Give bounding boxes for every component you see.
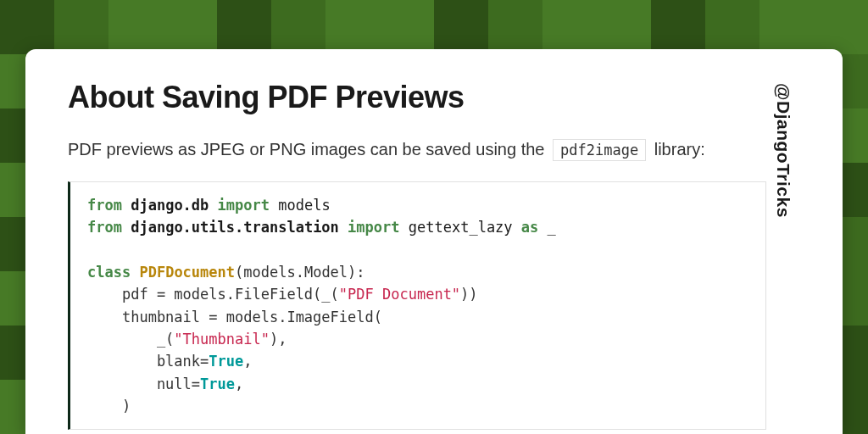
article-card: About Saving PDF Previews PDF previews a… bbox=[25, 49, 843, 434]
kw-as: as bbox=[521, 219, 538, 236]
kw-from: from bbox=[87, 197, 122, 214]
inline-code-pdf2image: pdf2image bbox=[553, 139, 646, 161]
class-name: PDFDocument bbox=[139, 264, 235, 281]
code-text: ), bbox=[270, 331, 287, 348]
intro-suffix: library: bbox=[649, 140, 705, 159]
code-text: blank= bbox=[87, 353, 209, 370]
comma: , bbox=[243, 353, 252, 370]
code-text: ) bbox=[87, 398, 131, 415]
class-base: (models.Model): bbox=[235, 264, 365, 281]
code-text: null= bbox=[87, 376, 200, 392]
kw-import: import bbox=[348, 219, 399, 236]
intro-prefix: PDF previews as JPEG or PNG images can b… bbox=[68, 140, 549, 159]
alias: _ bbox=[548, 219, 556, 236]
literal-true: True bbox=[209, 353, 243, 370]
code-text: _( bbox=[87, 331, 174, 348]
code-block: from django.db import models from django… bbox=[68, 181, 766, 430]
code-text: pdf = models.FileField(_( bbox=[87, 286, 339, 303]
code-text: thumbnail = models.ImageField( bbox=[87, 309, 382, 326]
module-name: django.utils.translation bbox=[131, 219, 339, 236]
comma: , bbox=[235, 376, 243, 392]
page-title: About Saving PDF Previews bbox=[68, 80, 766, 115]
string-literal: "Thumbnail" bbox=[174, 331, 270, 348]
module-name: django.db bbox=[131, 197, 209, 214]
sidebar: @DjangoTricks bbox=[766, 80, 800, 434]
kw-import: import bbox=[218, 197, 270, 214]
literal-true: True bbox=[200, 376, 235, 392]
twitter-handle: @DjangoTricks bbox=[773, 83, 793, 434]
import-name: gettext_lazy bbox=[409, 219, 513, 236]
article-content: About Saving PDF Previews PDF previews a… bbox=[68, 80, 766, 434]
kw-class: class bbox=[87, 264, 131, 281]
code-text: )) bbox=[460, 286, 477, 303]
string-literal: "PDF Document" bbox=[339, 286, 460, 303]
intro-paragraph: PDF previews as JPEG or PNG images can b… bbox=[68, 136, 766, 163]
kw-from: from bbox=[87, 219, 122, 236]
import-name: models bbox=[278, 197, 330, 214]
